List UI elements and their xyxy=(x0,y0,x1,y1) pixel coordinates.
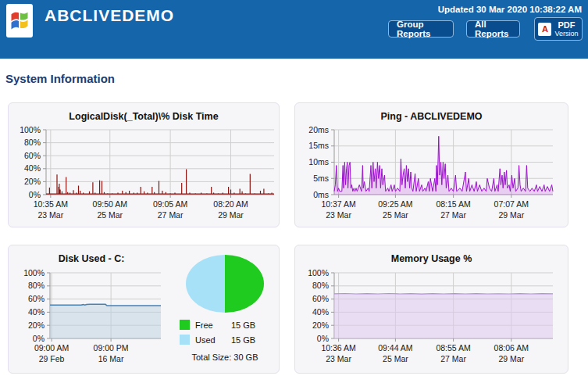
svg-text:25 Mar: 25 Mar xyxy=(97,210,123,220)
disk-time-chart: 0%20%40%60%80%100%10:35 AM23 Mar09:50 AM… xyxy=(9,123,279,228)
svg-text:08:06 AM: 08:06 AM xyxy=(494,343,529,353)
svg-text:16 Mar: 16 Mar xyxy=(98,354,124,363)
svg-text:60%: 60% xyxy=(28,294,45,303)
svg-text:40%: 40% xyxy=(24,163,41,173)
disk-used-chart: 0%20%40%60%80%100%09:00 AM29 Feb09:00 PM… xyxy=(9,266,174,374)
svg-text:15ms: 15ms xyxy=(308,141,329,150)
svg-text:10:36 AM: 10:36 AM xyxy=(321,343,355,353)
pie-legend: Free 15 GB Used 15 GB xyxy=(180,320,270,349)
legend-used-size: 15 GB xyxy=(231,335,255,345)
pdf-button-sublabel: Version xyxy=(554,30,578,38)
windows-logo-icon xyxy=(6,4,33,38)
disk-used-panel: Disk Used - C: 0%20%40%60%80%100%09:00 A… xyxy=(8,245,280,374)
svg-text:27 Mar: 27 Mar xyxy=(440,210,466,220)
ping-panel: Ping - ABCLIVEDEMO 0ms5ms10ms15ms20ms10:… xyxy=(294,102,568,227)
memory-chart-title: Memory Usage % xyxy=(295,245,568,266)
pdf-version-button[interactable]: A PDF Version xyxy=(534,17,583,41)
svg-text:29 Mar: 29 Mar xyxy=(218,210,244,220)
svg-text:25 Mar: 25 Mar xyxy=(383,354,408,363)
svg-text:08:15 AM: 08:15 AM xyxy=(436,199,470,209)
svg-text:60%: 60% xyxy=(24,151,41,160)
disk-time-panel: LogicalDisk(_Total)\% Disk Time 0%20%40%… xyxy=(8,102,280,227)
svg-text:10:37 AM: 10:37 AM xyxy=(321,199,355,209)
svg-text:0%: 0% xyxy=(33,334,45,343)
svg-text:29 Feb: 29 Feb xyxy=(39,354,65,363)
svg-text:29 Mar: 29 Mar xyxy=(498,210,524,220)
legend-used-label: Used xyxy=(195,335,231,345)
svg-text:100%: 100% xyxy=(308,268,329,277)
svg-text:27 Mar: 27 Mar xyxy=(158,210,184,220)
svg-text:08:20 AM: 08:20 AM xyxy=(213,199,248,209)
memory-panel: Memory Usage % 0%20%40%60%80%100%10:36 A… xyxy=(294,245,568,374)
svg-text:0%: 0% xyxy=(29,190,41,199)
svg-text:07:07 AM: 07:07 AM xyxy=(494,199,529,209)
free-swatch-icon xyxy=(180,320,190,330)
svg-text:27 Mar: 27 Mar xyxy=(440,354,466,363)
pdf-icon: A xyxy=(538,23,551,36)
svg-text:10ms: 10ms xyxy=(308,157,329,166)
legend-free-size: 15 GB xyxy=(231,320,255,330)
svg-text:23 Mar: 23 Mar xyxy=(326,210,351,220)
svg-text:09:05 AM: 09:05 AM xyxy=(153,199,187,209)
legend-free-label: Free xyxy=(195,320,231,330)
app-title: ABCLIVEDEMO xyxy=(45,6,174,25)
svg-text:09:50 AM: 09:50 AM xyxy=(93,199,127,209)
total-size-label: Total Size: 30 GB xyxy=(192,353,258,362)
svg-text:20%: 20% xyxy=(312,320,329,330)
disk-time-chart-title: LogicalDisk(_Total)\% Disk Time xyxy=(9,103,279,123)
svg-text:60%: 60% xyxy=(312,294,329,303)
legend-item-used: Used 15 GB xyxy=(180,335,270,345)
group-reports-button[interactable]: Group Reports xyxy=(388,20,454,38)
svg-text:23 Mar: 23 Mar xyxy=(37,210,63,220)
svg-text:40%: 40% xyxy=(28,307,45,317)
used-swatch-icon xyxy=(180,335,190,345)
svg-text:08:55 AM: 08:55 AM xyxy=(436,343,470,353)
svg-text:80%: 80% xyxy=(28,281,45,290)
svg-text:0%: 0% xyxy=(317,334,329,343)
svg-text:09:00 AM: 09:00 AM xyxy=(34,343,69,353)
pdf-button-label: PDF xyxy=(558,21,576,30)
svg-text:80%: 80% xyxy=(24,138,41,147)
svg-text:5ms: 5ms xyxy=(313,174,329,183)
page-title: System Information xyxy=(5,72,115,85)
svg-text:0ms: 0ms xyxy=(313,190,329,199)
svg-text:25 Mar: 25 Mar xyxy=(383,210,408,220)
memory-usage-chart: 0%20%40%60%80%100%10:36 AM23 Mar09:44 AM… xyxy=(295,266,568,374)
svg-text:09:00 PM: 09:00 PM xyxy=(94,343,129,353)
svg-text:10:35 AM: 10:35 AM xyxy=(34,199,68,209)
header-bar: ABCLIVEDEMO Updated 30 Mar 2020 10:38:22… xyxy=(0,0,588,59)
disk-used-chart-title: Disk Used - C: xyxy=(9,245,174,266)
svg-text:23 Mar: 23 Mar xyxy=(326,354,351,363)
svg-text:40%: 40% xyxy=(312,307,329,317)
ping-chart-title: Ping - ABCLIVEDEMO xyxy=(295,103,568,123)
svg-text:09:44 AM: 09:44 AM xyxy=(378,343,412,353)
svg-text:29 Mar: 29 Mar xyxy=(498,354,524,363)
legend-item-free: Free 15 GB xyxy=(180,320,270,330)
svg-text:20ms: 20ms xyxy=(308,125,329,134)
updated-timestamp: Updated 30 Mar 2020 10:38:22 AM xyxy=(438,5,582,14)
svg-text:20%: 20% xyxy=(24,177,41,186)
dashboard-page: ABCLIVEDEMO Updated 30 Mar 2020 10:38:22… xyxy=(0,0,588,383)
svg-text:100%: 100% xyxy=(20,125,41,134)
svg-text:20%: 20% xyxy=(28,320,45,330)
ping-chart: 0ms5ms10ms15ms20ms10:37 AM23 Mar09:25 AM… xyxy=(295,123,568,228)
svg-text:100%: 100% xyxy=(23,268,45,277)
svg-text:80%: 80% xyxy=(312,281,329,290)
svg-text:09:25 AM: 09:25 AM xyxy=(378,199,412,209)
all-reports-button[interactable]: All Reports xyxy=(466,20,520,38)
disk-usage-pie xyxy=(184,253,265,314)
